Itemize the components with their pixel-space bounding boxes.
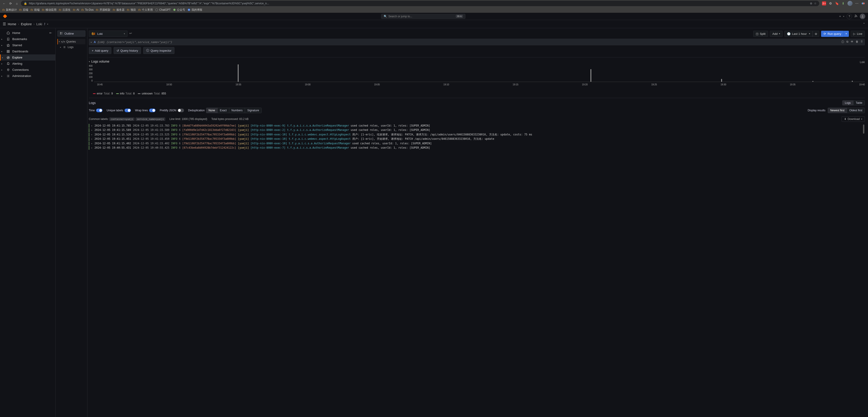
- bookmark-item[interactable]: 🗀后端: [19, 8, 28, 12]
- logs-toggle-table[interactable]: Table: [853, 100, 865, 105]
- chevron-right-icon[interactable]: ▸: [91, 133, 93, 136]
- chevron-right-icon[interactable]: ▸: [91, 124, 93, 128]
- chart-bar[interactable]: [238, 64, 239, 82]
- prettify-switch[interactable]: [178, 108, 184, 112]
- query-history-button[interactable]: ↺ Query history: [114, 47, 141, 54]
- sidebar-item-bookmarks[interactable]: ▸Bookmarks: [0, 36, 55, 42]
- search-jump[interactable]: 🔍 Search or jump to... ⌘+k: [381, 14, 465, 19]
- bookmark-item[interactable]: ChatGPT: [155, 8, 170, 11]
- rss-icon[interactable]: [854, 14, 858, 18]
- info-icon[interactable]: ⓘ: [841, 40, 844, 44]
- query-inspector-button[interactable]: ⓘ Query inspector: [143, 47, 175, 54]
- log-row[interactable]: ▸2024-12-05 19:41:15.5892024-12-05 19:41…: [89, 128, 865, 132]
- bookmark-item[interactable]: Eric我的博客: [187, 8, 203, 12]
- collapse-up-icon[interactable]: ⌃: [863, 22, 865, 26]
- user-avatar[interactable]: [860, 14, 865, 19]
- bookmark-item[interactable]: 🗀开源框架: [96, 8, 111, 12]
- split-button[interactable]: ◫ Split: [753, 31, 768, 37]
- legend-item-info[interactable]: info Total: 8: [116, 92, 135, 95]
- dedup-option[interactable]: Exact: [218, 108, 229, 113]
- add-button[interactable]: Add ▾: [770, 31, 783, 37]
- breadcrumb-explore[interactable]: Explore: [21, 22, 32, 26]
- dedup-option[interactable]: Signature: [245, 108, 261, 113]
- back-icon[interactable]: ←: [2, 1, 6, 6]
- log-row[interactable]: ▸2024-12-05 19:40:55.4312024-12-05 19:40…: [89, 146, 865, 150]
- panel-title[interactable]: ▾ Logs volume: [89, 60, 109, 63]
- download-browser-icon[interactable]: ⬇: [841, 1, 845, 5]
- outline-header[interactable]: Outline: [57, 31, 85, 37]
- legend-item-error[interactable]: error Total: 9: [93, 92, 113, 95]
- share-icon[interactable]: ⤴: [44, 23, 45, 26]
- uniquelabels-switch[interactable]: ✓: [125, 108, 131, 112]
- url-bar[interactable]: 🔒 https://grafana.myeric.top/explore?sch…: [21, 1, 819, 6]
- tree-item-queries[interactable]: ▾ </> Queries: [57, 39, 85, 44]
- zoom-out-button[interactable]: ⊖: [813, 31, 819, 37]
- dedup-option[interactable]: Numbers: [229, 108, 245, 113]
- log-row[interactable]: ▸2024-12-05 19:41:15.4022024-12-05 19:41…: [89, 141, 865, 146]
- share-caret-icon[interactable]: ▾: [47, 23, 48, 25]
- home-browser-icon[interactable]: ⌂: [14, 1, 19, 6]
- sidebar-item-dashboards[interactable]: ▸Dashboards: [0, 48, 55, 55]
- sort-option[interactable]: Oldest first: [847, 108, 865, 113]
- bookmark-item[interactable]: 🗀项目: [127, 8, 136, 12]
- bookmark-item[interactable]: 🗀云原生: [59, 8, 70, 12]
- drag-icon[interactable]: ⠿: [861, 40, 863, 44]
- bookmark-item[interactable]: 🗀AI: [73, 8, 79, 11]
- chart-bar[interactable]: [590, 69, 591, 82]
- ext-settings-icon[interactable]: ⚙: [828, 1, 833, 5]
- datasource-picker[interactable]: Loki ▾: [89, 31, 127, 37]
- chevron-right-icon[interactable]: ▸: [91, 137, 93, 141]
- run-query-caret[interactable]: ▾: [844, 31, 849, 37]
- sidebar-item-explore[interactable]: ▸Explore: [0, 55, 55, 61]
- sort-option[interactable]: Newest first: [828, 108, 847, 113]
- plot-area[interactable]: [94, 65, 865, 82]
- sidebar-item-administration[interactable]: ▸Administration: [0, 73, 55, 79]
- query-row[interactable]: ▸ A (Loki) {container="yueji",service_na…: [89, 39, 865, 45]
- chart-bar[interactable]: [852, 81, 853, 82]
- add-query-button[interactable]: + Add query: [89, 47, 111, 54]
- chart-bar[interactable]: [721, 79, 722, 82]
- log-row[interactable]: ▸2024-12-05 19:41:15.4512024-12-05 19:41…: [89, 137, 865, 141]
- trash-icon[interactable]: 🗑: [856, 40, 859, 44]
- bookmark-item[interactable]: 🗀架构设计: [2, 8, 17, 12]
- sidebar-item-alerting[interactable]: ▸Alerting: [0, 61, 55, 67]
- chevron-right-icon[interactable]: ▸: [91, 146, 93, 150]
- wraplines-switch[interactable]: ✓: [149, 108, 156, 112]
- bookmark-item[interactable]: 🗀前端: [31, 8, 40, 12]
- ext-icon-1[interactable]: 文A: [822, 1, 826, 5]
- sidebar-item-connections[interactable]: ▸Connections: [0, 67, 55, 73]
- download-button[interactable]: ⬇ Download ▾: [842, 116, 865, 122]
- sidebar-item-starred[interactable]: ▸Starred: [0, 42, 55, 48]
- menu-icon[interactable]: ☰: [3, 22, 6, 26]
- bookmark-item[interactable]: 🗀移动应用: [42, 8, 57, 12]
- sidebar-collapse-icon[interactable]: ⇤: [50, 31, 52, 35]
- copilot-icon[interactable]: [861, 1, 865, 5]
- dedup-option[interactable]: None: [206, 108, 218, 113]
- profile-avatar[interactable]: [847, 1, 852, 6]
- reload-icon[interactable]: ⟳: [8, 1, 13, 6]
- time-range-button[interactable]: 🕐 Last 1 hour ▾: [784, 31, 813, 37]
- log-row[interactable]: ▸2024-12-05 19:41:15.5262024-12-05 19:41…: [89, 132, 865, 137]
- back-arrow-icon[interactable]: ↩: [129, 31, 134, 35]
- run-query-button[interactable]: ⟳ Run query: [821, 31, 844, 37]
- logs-toggle-logs[interactable]: Logs: [842, 100, 853, 105]
- help-icon[interactable]: ?: [846, 14, 852, 19]
- plus-icon[interactable]: +: [839, 14, 841, 18]
- sidebar-item-home[interactable]: Home⇤: [0, 30, 55, 36]
- bookmark-item[interactable]: 🗀服务器: [113, 8, 125, 12]
- live-button[interactable]: ▷ Live: [851, 31, 865, 37]
- chip-service[interactable]: service_name=yueji: [135, 118, 165, 121]
- legend-item-unknown[interactable]: unknown Total: 855: [138, 92, 166, 95]
- kebab-icon[interactable]: ⋯: [855, 1, 859, 5]
- bookmark-item[interactable]: 🗀To-Dos: [81, 8, 94, 11]
- log-row[interactable]: ▸2024-12-05 19:41:15.7852024-12-05 19:41…: [89, 124, 865, 128]
- star-url-icon[interactable]: ☆: [814, 2, 816, 5]
- tree-item-logs[interactable]: ▸ Logs: [57, 44, 85, 50]
- plus-caret-icon[interactable]: ▾: [843, 15, 844, 18]
- bookmark-item[interactable]: 公众号: [173, 8, 185, 12]
- eye-icon[interactable]: 👁: [851, 40, 854, 44]
- bookmark-item[interactable]: 🗀个人常用: [138, 8, 153, 12]
- ellipsis-icon[interactable]: ⊜: [810, 2, 812, 5]
- chart-bar[interactable]: [812, 81, 813, 82]
- copy-icon[interactable]: ⧉: [846, 40, 848, 44]
